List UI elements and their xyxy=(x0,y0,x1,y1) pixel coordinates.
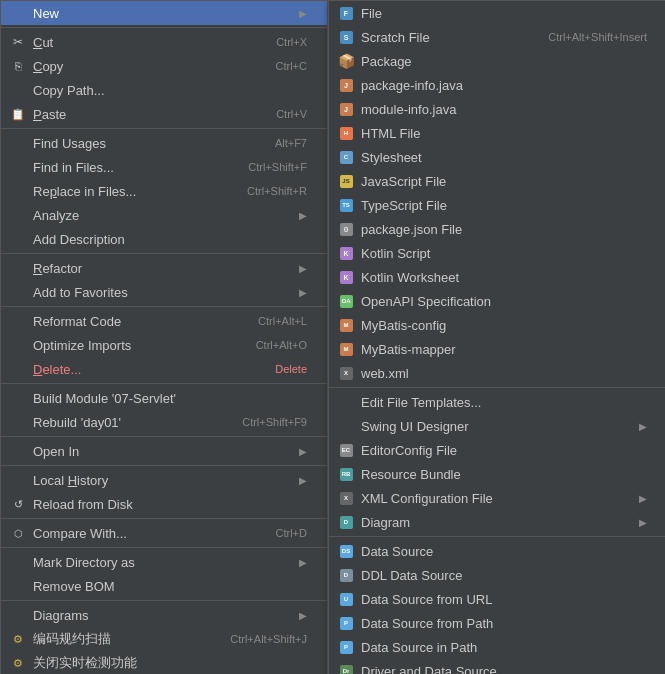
menu-item-open-in[interactable]: Open In ▶ xyxy=(1,439,327,463)
add-desc-icon xyxy=(9,230,27,248)
editorconfig-icon: EC xyxy=(337,441,355,459)
paste-icon: 📋 xyxy=(9,105,27,123)
menu-item-reformat[interactable]: Reformat Code Ctrl+Alt+L xyxy=(1,309,327,333)
open-arrow: ▶ xyxy=(299,446,307,457)
package-info-icon: J xyxy=(337,76,355,94)
menu-item-remove-bom[interactable]: Remove BOM xyxy=(1,574,327,598)
menu-item-editorconfig[interactable]: EC EditorConfig File xyxy=(329,438,665,462)
menu-item-package-info[interactable]: J package-info.java xyxy=(329,73,665,97)
menu-item-edit-templates[interactable]: Edit File Templates... xyxy=(329,390,665,414)
menu-item-local-history[interactable]: Local History ▶ xyxy=(1,468,327,492)
js-icon: JS xyxy=(337,172,355,190)
analyze-icon xyxy=(9,206,27,224)
menu-item-ddl-ds[interactable]: D DDL Data Source xyxy=(329,563,665,587)
menu-item-mark-directory[interactable]: Mark Directory as ▶ xyxy=(1,550,327,574)
ds-in-path-icon: P xyxy=(337,638,355,656)
history-icon xyxy=(9,471,27,489)
favorites-arrow: ▶ xyxy=(299,287,307,298)
menu-item-diagrams[interactable]: Diagrams ▶ xyxy=(1,603,327,627)
menu-item-js-file[interactable]: JS JavaScript File xyxy=(329,169,665,193)
menu-item-copy[interactable]: ⎘ Copy Ctrl+C xyxy=(1,54,327,78)
edit-templates-icon xyxy=(337,393,355,411)
menu-item-kotlin-script[interactable]: K Kotlin Script xyxy=(329,241,665,265)
menu-item-copy-path[interactable]: Copy Path... xyxy=(1,78,327,102)
copy-icon: ⎘ xyxy=(9,57,27,75)
menu-item-diagram[interactable]: D Diagram ▶ xyxy=(329,510,665,534)
menu-item-build-module[interactable]: Build Module '07-Servlet' xyxy=(1,386,327,410)
menu-item-rebuild[interactable]: Rebuild 'day01' Ctrl+Shift+F9 xyxy=(1,410,327,434)
menu-item-scratch-file[interactable]: S Scratch File Ctrl+Alt+Shift+Insert xyxy=(329,25,665,49)
menu-item-module-info[interactable]: J module-info.java xyxy=(329,97,665,121)
menu-item-resource-bundle[interactable]: RB Resource Bundle xyxy=(329,462,665,486)
menu-item-bianma[interactable]: ⚙ 编码规约扫描 Ctrl+Alt+Shift+J xyxy=(1,627,327,651)
module-info-icon: J xyxy=(337,100,355,118)
menu-item-analyze[interactable]: Analyze ▶ xyxy=(1,203,327,227)
menu-item-swing-ui[interactable]: Swing UI Designer ▶ xyxy=(329,414,665,438)
swing-icon xyxy=(337,417,355,435)
new-icon xyxy=(9,4,27,22)
separator xyxy=(1,518,327,519)
menu-item-mybatis-mapper[interactable]: M MyBatis-mapper xyxy=(329,337,665,361)
menu-item-find-in-files[interactable]: Find in Files... Ctrl+Shift+F xyxy=(1,155,327,179)
menu-item-file[interactable]: F File xyxy=(329,1,665,25)
xml-config-arrow: ▶ xyxy=(639,493,647,504)
build-icon xyxy=(9,389,27,407)
menu-item-replace[interactable]: Replace in Files... Ctrl+Shift+R xyxy=(1,179,327,203)
mybatis-config-icon: M xyxy=(337,316,355,334)
menu-item-package[interactable]: 📦 Package xyxy=(329,49,665,73)
diagrams-icon xyxy=(9,606,27,624)
menu-item-cut[interactable]: ✂ Cut Ctrl+X xyxy=(1,30,327,54)
menu-item-json-file[interactable]: {} package.json File xyxy=(329,217,665,241)
scratch-icon: S xyxy=(337,28,355,46)
separator xyxy=(1,547,327,548)
menu-item-ts-file[interactable]: TS TypeScript File xyxy=(329,193,665,217)
menu-item-kotlin-worksheet[interactable]: K Kotlin Worksheet xyxy=(329,265,665,289)
ds-from-path-icon: P xyxy=(337,614,355,632)
find-icon xyxy=(9,158,27,176)
guanbi-icon: ⚙ xyxy=(9,654,27,672)
separator xyxy=(1,383,327,384)
html-icon: H xyxy=(337,124,355,142)
diagram-arrow: ▶ xyxy=(639,517,647,528)
separator xyxy=(1,27,327,28)
remove-bom-icon xyxy=(9,577,27,595)
menu-item-compare[interactable]: ⬡ Compare With... Ctrl+D xyxy=(1,521,327,545)
menu-item-find-usages[interactable]: Find Usages Alt+F7 xyxy=(1,131,327,155)
menu-item-delete[interactable]: Delete... Delete xyxy=(1,357,327,381)
menu-item-html-file[interactable]: H HTML File xyxy=(329,121,665,145)
ds-url-icon: U xyxy=(337,590,355,608)
menu-item-new[interactable]: New ▶ xyxy=(1,1,327,25)
kotlin-ws-icon: K xyxy=(337,268,355,286)
menu-item-openapi[interactable]: OA OpenAPI Specification xyxy=(329,289,665,313)
compare-icon: ⬡ xyxy=(9,524,27,542)
separator-r2 xyxy=(329,536,665,537)
diagrams-arrow: ▶ xyxy=(299,610,307,621)
driver-ds-icon: Dr xyxy=(337,662,355,674)
refactor-arrow: ▶ xyxy=(299,263,307,274)
bianma-icon: ⚙ xyxy=(9,630,27,648)
menu-item-ds-from-path[interactable]: P Data Source from Path xyxy=(329,611,665,635)
menu-item-ds-url[interactable]: U Data Source from URL xyxy=(329,587,665,611)
menu-item-refactor[interactable]: Refactor ▶ xyxy=(1,256,327,280)
menu-item-driver-ds[interactable]: Dr Driver and Data Source xyxy=(329,659,665,674)
optimize-icon xyxy=(9,336,27,354)
menu-item-paste[interactable]: 📋 Paste Ctrl+V xyxy=(1,102,327,126)
menu-item-data-source[interactable]: DS Data Source xyxy=(329,539,665,563)
menu-item-xml-config[interactable]: X XML Configuration File ▶ xyxy=(329,486,665,510)
reformat-icon xyxy=(9,312,27,330)
menu-item-stylesheet[interactable]: C Stylesheet xyxy=(329,145,665,169)
menu-item-add-description[interactable]: Add Description xyxy=(1,227,327,251)
menu-item-mybatis-config[interactable]: M MyBatis-config xyxy=(329,313,665,337)
mark-dir-icon xyxy=(9,553,27,571)
file-icon: F xyxy=(337,4,355,22)
menu-item-web-xml[interactable]: X web.xml xyxy=(329,361,665,385)
menu-item-guanbi[interactable]: ⚙ 关闭实时检测功能 xyxy=(1,651,327,674)
rebuild-icon xyxy=(9,413,27,431)
open-icon xyxy=(9,442,27,460)
menu-item-ds-in-path[interactable]: P Data Source in Path xyxy=(329,635,665,659)
menu-item-optimize-imports[interactable]: Optimize Imports Ctrl+Alt+O xyxy=(1,333,327,357)
menu-item-add-favorites[interactable]: Add to Favorites ▶ xyxy=(1,280,327,304)
webxml-icon: X xyxy=(337,364,355,382)
kotlin-icon: K xyxy=(337,244,355,262)
menu-item-reload[interactable]: ↺ Reload from Disk xyxy=(1,492,327,516)
